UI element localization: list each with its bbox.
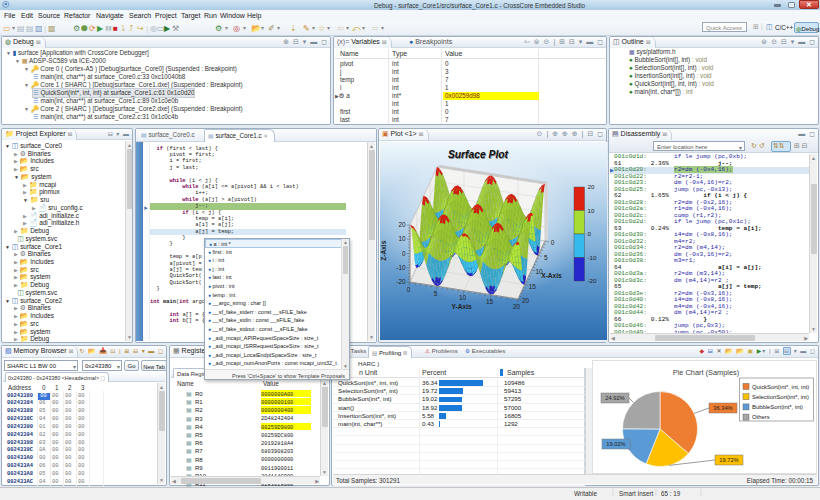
svg-text:SelectionSort(int*, int): SelectionSort(int*, int) (752, 394, 809, 400)
svg-text:20: 20 (522, 297, 530, 304)
svg-text:BubbleSort(int*, int): BubbleSort(int*, int) (752, 404, 803, 410)
svg-text:0: 0 (402, 250, 406, 257)
svg-text:10: 10 (459, 294, 467, 301)
svg-text:19.02%: 19.02% (606, 441, 625, 447)
svg-text:5: 5 (434, 290, 438, 297)
svg-text:Z-Axis: Z-Axis (380, 240, 387, 260)
svg-text:15: 15 (529, 283, 537, 290)
svg-text:0: 0 (407, 286, 411, 293)
svg-text:24.92%: 24.92% (605, 395, 624, 401)
svg-text:36.34%: 36.34% (713, 405, 732, 411)
svg-text:10: 10 (398, 235, 406, 242)
svg-text:15: 15 (486, 298, 494, 305)
svg-text:20: 20 (588, 183, 595, 190)
svg-text:X-Axis: X-Axis (541, 272, 562, 279)
svg-text:10: 10 (588, 207, 595, 214)
svg-text:0: 0 (551, 239, 555, 246)
svg-text:0: 0 (588, 230, 592, 237)
svg-text:Others: Others (752, 414, 770, 420)
svg-text:-20: -20 (396, 278, 406, 285)
svg-text:QuickSort(int*, int, int): QuickSort(int*, int, int) (752, 384, 809, 390)
svg-text:20: 20 (513, 303, 521, 310)
svg-text:Pie Chart (Samples): Pie Chart (Samples) (673, 368, 740, 377)
svg-text:-20: -20 (588, 277, 598, 284)
svg-text:-10: -10 (396, 264, 406, 271)
svg-text:Y-Axis: Y-Axis (452, 303, 472, 310)
svg-text:19.72%: 19.72% (719, 457, 738, 463)
svg-text:5: 5 (544, 254, 548, 261)
svg-text:-10: -10 (588, 254, 598, 261)
svg-text:20: 20 (398, 221, 406, 228)
